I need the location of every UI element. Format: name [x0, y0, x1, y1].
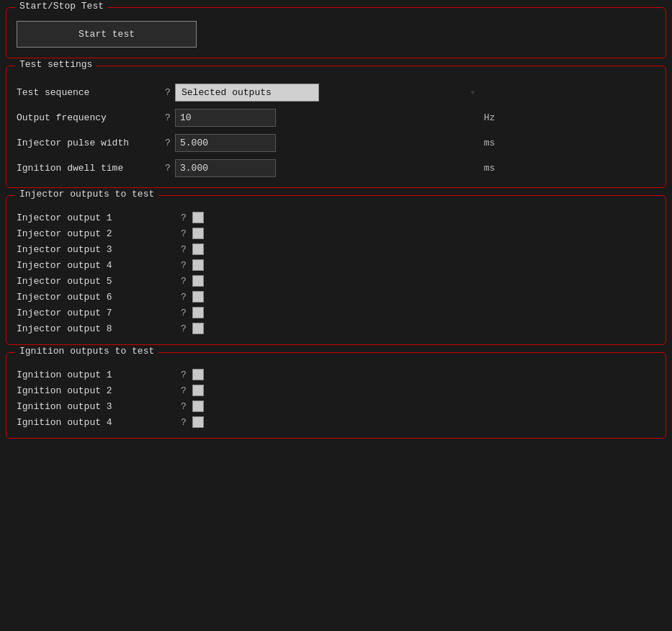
- test-sequence-help[interactable]: ?: [161, 87, 175, 98]
- injector-pulse-width-label: Injector pulse width: [17, 138, 161, 148]
- injector-output-7-help[interactable]: ?: [175, 308, 192, 318]
- test-settings-title: Test settings: [15, 59, 97, 70]
- injector-output-8-label: Injector output 8: [17, 323, 175, 334]
- start-stop-title: Start/Stop Test: [15, 1, 108, 12]
- ignition-outputs-panel: Ignition outputs to test Ignition output…: [6, 352, 666, 439]
- ignition-output-2-label: Ignition output 2: [17, 385, 175, 396]
- test-sequence-select[interactable]: Selected outputs All outputs Sequential: [175, 84, 319, 102]
- ignition-output-4-checkbox[interactable]: [192, 416, 204, 428]
- injector-output-3-help[interactable]: ?: [175, 244, 192, 255]
- ignition-dwell-time-label: Ignition dwell time: [17, 163, 161, 174]
- output-frequency-unit: Hz: [480, 112, 655, 123]
- injector-output-2-help[interactable]: ?: [175, 228, 192, 239]
- injector-output-5-label: Injector output 5: [17, 276, 175, 287]
- injector-pulse-width-input[interactable]: [175, 134, 276, 152]
- output-frequency-help[interactable]: ?: [161, 112, 175, 123]
- ignition-output-2-checkbox[interactable]: [192, 385, 204, 396]
- settings-grid: Test sequence ? Selected outputs All out…: [17, 84, 655, 177]
- injector-output-6-checkbox[interactable]: [192, 291, 204, 303]
- ignition-output-3-checkbox[interactable]: [192, 400, 204, 412]
- ignition-dwell-time-help[interactable]: ?: [161, 163, 175, 174]
- test-sequence-label: Test sequence: [17, 87, 161, 98]
- injector-output-6-label: Injector output 6: [17, 292, 175, 303]
- injector-output-8-help[interactable]: ?: [175, 323, 192, 334]
- ignition-output-1-checkbox[interactable]: [192, 369, 204, 380]
- ignition-output-2-help[interactable]: ?: [175, 385, 192, 396]
- ignition-output-1-label: Ignition output 1: [17, 370, 175, 380]
- injector-output-8-checkbox[interactable]: [192, 323, 204, 334]
- output-frequency-label: Output frequency: [17, 112, 161, 123]
- ignition-outputs-title: Ignition outputs to test: [15, 346, 158, 357]
- injector-output-5-help[interactable]: ?: [175, 276, 192, 287]
- injector-outputs-panel: Injector outputs to test Injector output…: [6, 195, 666, 345]
- injector-pulse-width-help[interactable]: ?: [161, 138, 175, 148]
- injector-pulse-width-unit: ms: [480, 138, 655, 148]
- injector-output-4-label: Injector output 4: [17, 260, 175, 271]
- ignition-dwell-time-input[interactable]: [175, 159, 276, 177]
- injector-output-2-checkbox[interactable]: [192, 228, 204, 239]
- injector-output-3-checkbox[interactable]: [192, 243, 204, 255]
- injector-outputs-title: Injector outputs to test: [15, 189, 158, 200]
- ignition-output-1-help[interactable]: ?: [175, 370, 192, 380]
- ignition-outputs-grid: Ignition output 1 ? Ignition output 2 ? …: [17, 369, 655, 428]
- ignition-output-3-help[interactable]: ?: [175, 401, 192, 412]
- output-frequency-input[interactable]: [175, 109, 276, 127]
- injector-output-1-help[interactable]: ?: [175, 212, 192, 223]
- injector-output-5-checkbox[interactable]: [192, 275, 204, 287]
- start-stop-panel: Start/Stop Test Start test: [6, 7, 666, 58]
- injector-output-6-help[interactable]: ?: [175, 292, 192, 303]
- injector-output-4-checkbox[interactable]: [192, 259, 204, 271]
- ignition-output-4-label: Ignition output 4: [17, 417, 175, 428]
- injector-output-3-label: Injector output 3: [17, 244, 175, 255]
- dropdown-arrow-icon: ▼: [470, 89, 475, 97]
- injector-outputs-grid: Injector output 1 ? Injector output 2 ? …: [17, 212, 655, 334]
- injector-output-1-checkbox[interactable]: [192, 212, 204, 223]
- ignition-output-3-label: Ignition output 3: [17, 401, 175, 412]
- test-sequence-dropdown-wrapper: Selected outputs All outputs Sequential …: [175, 84, 480, 102]
- injector-output-7-checkbox[interactable]: [192, 307, 204, 318]
- injector-output-2-label: Injector output 2: [17, 228, 175, 239]
- test-settings-panel: Test settings Test sequence ? Selected o…: [6, 66, 666, 188]
- start-test-button[interactable]: Start test: [17, 21, 197, 48]
- injector-output-1-label: Injector output 1: [17, 212, 175, 223]
- ignition-dwell-time-unit: ms: [480, 163, 655, 174]
- injector-output-7-label: Injector output 7: [17, 308, 175, 318]
- injector-output-4-help[interactable]: ?: [175, 260, 192, 271]
- ignition-output-4-help[interactable]: ?: [175, 417, 192, 428]
